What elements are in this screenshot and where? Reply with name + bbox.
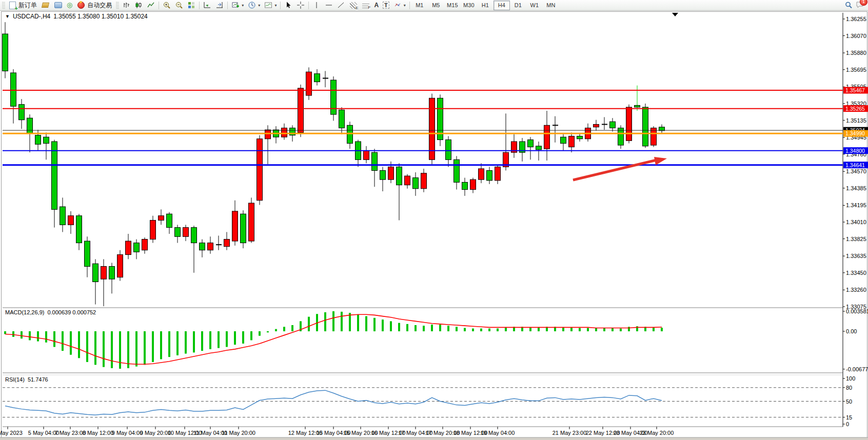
time-axis-label: 4 May 2023 — [0, 430, 23, 436]
candle-bearish — [52, 142, 57, 209]
price-axis-label: 1.33450 — [846, 270, 866, 276]
timeframe-button-mn[interactable]: MN — [543, 1, 559, 10]
auto-scroll-button[interactable] — [213, 0, 226, 10]
rsi-value: 51.7476 — [28, 376, 48, 383]
line-chart-button[interactable] — [145, 0, 157, 10]
candle-bullish — [405, 176, 410, 185]
timeframe-button-w1[interactable]: W1 — [526, 1, 543, 10]
timeframe-button-h1[interactable]: H1 — [477, 1, 494, 10]
candlestick-button[interactable] — [132, 0, 145, 10]
crosshair-icon — [297, 1, 305, 9]
candle-bullish — [470, 179, 476, 189]
chart-shift-button[interactable] — [201, 0, 213, 10]
signals-button[interactable]: ◎ — [65, 0, 74, 10]
zoom-in-button[interactable] — [161, 0, 173, 10]
trend-arrow-head — [654, 157, 667, 165]
notification-badge: 1 — [860, 0, 867, 6]
price-axis-label: 1.34010 — [846, 219, 866, 225]
main-toolbar: 新订单 ◎ 自动交易 ▾ ▾ ▾ A T ▾ — [0, 0, 868, 11]
zoom-out-button[interactable] — [173, 0, 185, 10]
auto-trading-button[interactable]: 自动交易 — [74, 0, 114, 10]
bar-chart-icon — [122, 1, 130, 9]
new-order-icon — [9, 2, 16, 9]
time-axis-label: 19 May 04:00 — [481, 430, 515, 436]
chart-shift-icon — [203, 1, 211, 9]
price-axis-label: 1.35695 — [846, 67, 866, 73]
bar-chart-button[interactable] — [120, 0, 132, 10]
new-order-button[interactable]: 新订单 — [6, 0, 39, 10]
candle-bearish — [610, 122, 616, 128]
window-bottom-strip — [0, 437, 868, 440]
candle-bearish — [577, 136, 583, 138]
chart-ohlc-values: 1.35055 1.35080 1.35010 1.35024 — [53, 13, 148, 20]
toolbar-separator — [199, 2, 200, 9]
indicators-icon — [264, 1, 272, 9]
rsi-axis-label: 80 — [846, 385, 852, 391]
period-button[interactable]: ▾ — [246, 0, 262, 10]
chart-title: ▼ USDCAD-,H4 1.35055 1.35080 1.35010 1.3… — [5, 13, 148, 20]
auto-scroll-icon — [215, 1, 224, 9]
candle-bearish — [27, 118, 33, 133]
candle-bearish — [446, 140, 451, 160]
candle-bullish — [150, 221, 156, 239]
candle-bearish — [561, 137, 566, 143]
candle-bullish — [479, 169, 484, 179]
candle-bearish — [11, 73, 16, 106]
trendline-button[interactable] — [335, 0, 347, 10]
candle-bearish — [44, 137, 49, 143]
timeframe-button-m15[interactable]: M15 — [444, 1, 461, 10]
time-axis-label: 23 May 20:00 — [640, 430, 674, 436]
candle-bullish — [594, 125, 599, 127]
dropdown-arrow-icon: ▾ — [258, 3, 260, 8]
notifications-button[interactable]: 1 — [856, 1, 864, 10]
terminal-button[interactable] — [52, 0, 65, 10]
candle-bullish — [421, 173, 427, 189]
candle-bearish — [175, 228, 181, 237]
candle-bearish — [380, 170, 386, 179]
timeframe-button-m1[interactable]: M1 — [411, 1, 428, 10]
indicators-button[interactable]: ▾ — [262, 0, 279, 10]
timeframe-toolbar: M1M5M15M30H1H4D1W1MN — [411, 1, 559, 10]
depth-of-market-button[interactable] — [39, 0, 52, 10]
candle-bullish — [298, 88, 304, 132]
toolbar-separator — [409, 2, 410, 9]
price-axis-label: 1.34570 — [846, 168, 866, 174]
macd-name: MACD(12,26,9) — [5, 309, 44, 315]
candle-bearish — [35, 135, 41, 145]
tile-windows-button[interactable] — [185, 0, 198, 10]
vertical-line-icon — [312, 1, 321, 9]
timeframe-button-m30[interactable]: M30 — [461, 1, 477, 10]
price-axis-label: 1.35880 — [846, 50, 866, 56]
vertical-line-button[interactable] — [310, 0, 323, 10]
candle-bullish — [208, 243, 213, 250]
candle-bearish — [413, 178, 419, 189]
price-axis-label: 1.36255 — [846, 16, 866, 22]
search-icon[interactable] — [844, 1, 853, 9]
timeframe-button-h4[interactable]: H4 — [494, 1, 510, 10]
text-button[interactable]: A — [372, 0, 381, 10]
channels-button[interactable] — [360, 0, 372, 10]
price-badge-value: 1.35265 — [845, 106, 865, 112]
candle-bullish — [569, 136, 575, 147]
candle-bearish — [167, 214, 172, 227]
chart-canvas[interactable]: 1.362551.360701.358801.356951.355051.353… — [0, 10, 868, 440]
timeframe-button-m5[interactable]: M5 — [428, 1, 444, 10]
candle-bearish — [331, 80, 337, 114]
arrows-icon — [393, 1, 402, 9]
candle-bullish — [101, 266, 107, 279]
text-icon: A — [374, 2, 379, 9]
candle-bullish — [183, 228, 189, 237]
new-order-label: 新订单 — [18, 1, 37, 10]
crosshair-button[interactable] — [294, 0, 307, 10]
dropdown-arrow-icon: ▾ — [404, 3, 406, 8]
horizontal-line-button[interactable] — [323, 0, 335, 10]
text-label-button[interactable]: T — [381, 0, 391, 10]
gold-cube-icon — [42, 3, 49, 8]
macd-axis-label: -0.006775 — [846, 366, 868, 372]
arrows-button[interactable]: ▾ — [391, 0, 408, 10]
timeframe-button-d1[interactable]: D1 — [510, 1, 526, 10]
fibonacci-button[interactable] — [347, 0, 360, 10]
cursor-button[interactable] — [282, 0, 294, 10]
candle-bullish — [265, 130, 271, 139]
new-chart-button[interactable]: ▾ — [229, 0, 246, 10]
